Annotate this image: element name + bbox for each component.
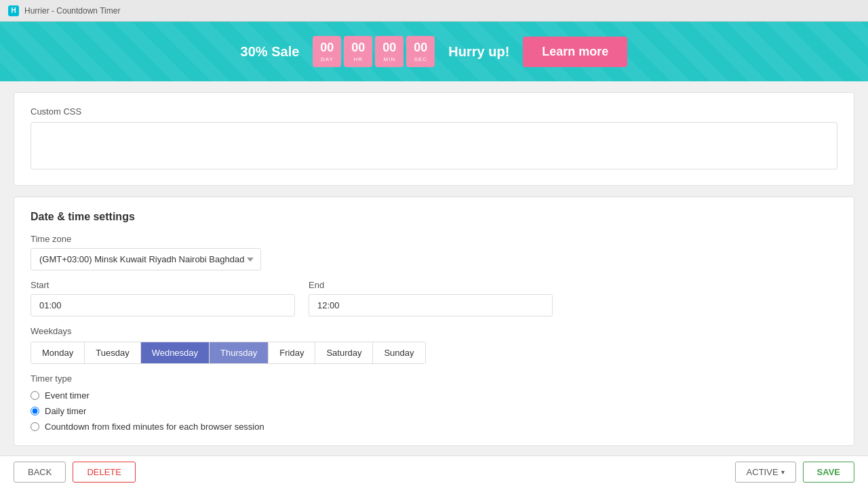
weekday-btn-thursday[interactable]: Thursday [210,342,269,363]
start-field-group: Start [31,280,295,317]
countdown-timer: 00 DAY 00 HR 00 MIN 00 SEC [313,36,435,67]
start-end-row: Start End [31,280,837,317]
radio-item-event: Event timer [31,390,837,401]
custom-css-label: Custom CSS [31,106,837,117]
end-label: End [309,280,837,290]
radio-label-event[interactable]: Event timer [45,390,90,401]
back-button[interactable]: BACK [14,462,66,483]
weekday-btn-wednesday[interactable]: Wednesday [141,342,210,363]
date-time-card: Date & time settings Time zone (GMT+03:0… [14,197,854,446]
main-content: Custom CSS Date & time settings Time zon… [0,81,868,455]
date-time-section-title: Date & time settings [31,211,837,223]
radio-event[interactable] [31,391,39,400]
radio-item-countdown: Countdown from fixed minutes for each br… [31,422,837,432]
custom-css-textarea[interactable] [31,122,837,169]
sale-text: 30% Sale [241,44,300,60]
active-button[interactable]: ACTIVE ▾ [735,462,796,483]
learn-more-button[interactable]: Learn more [523,37,627,67]
weekday-btn-sunday[interactable]: Sunday [373,342,425,363]
timer-sec: 00 SEC [406,36,435,67]
weekdays-label: Weekdays [31,326,837,336]
chevron-down-icon: ▾ [781,468,785,476]
custom-css-card: Custom CSS [14,92,854,186]
radio-countdown[interactable] [31,422,39,431]
weekday-btn-tuesday[interactable]: Tuesday [85,342,140,363]
timer-min: 00 MIN [375,36,403,67]
start-label: Start [31,280,295,290]
radio-item-daily: Daily timer [31,406,837,416]
weekday-btn-saturday[interactable]: Saturday [315,342,373,363]
hurry-text: Hurry up! [448,44,509,60]
footer-right: ACTIVE ▾ SAVE [735,462,854,483]
app-icon: H [8,5,19,16]
promo-banner: 30% Sale 00 DAY 00 HR 00 MIN 00 SEC Hurr… [0,22,868,81]
weekday-btn-monday[interactable]: Monday [31,342,85,363]
radio-label-daily[interactable]: Daily timer [45,406,86,416]
timer-hour: 00 HR [344,36,372,67]
footer: BACK DELETE ACTIVE ▾ SAVE [0,455,868,488]
radio-daily[interactable] [31,407,39,415]
footer-left: BACK DELETE [14,462,136,483]
timezone-select[interactable]: (GMT+03:00) Minsk Kuwait Riyadh Nairobi … [31,248,261,270]
timer-type-radio-group: Event timerDaily timerCountdown from fix… [31,390,837,432]
delete-button[interactable]: DELETE [73,462,136,483]
save-button[interactable]: SAVE [803,462,854,483]
browser-title: Hurrier - Countdown Timer [24,6,120,16]
weekdays-row: MondayTuesdayWednesdayThursdayFridaySatu… [31,342,426,364]
radio-label-countdown[interactable]: Countdown from fixed minutes for each br… [45,422,264,432]
end-input[interactable] [309,294,553,317]
timer-type-label: Timer type [31,373,837,384]
timer-day: 00 DAY [313,36,341,67]
start-input[interactable] [31,294,295,317]
browser-bar: H Hurrier - Countdown Timer [0,0,868,22]
timezone-label: Time zone [31,234,837,244]
weekday-btn-friday[interactable]: Friday [269,342,315,363]
end-field-group: End [309,280,837,317]
